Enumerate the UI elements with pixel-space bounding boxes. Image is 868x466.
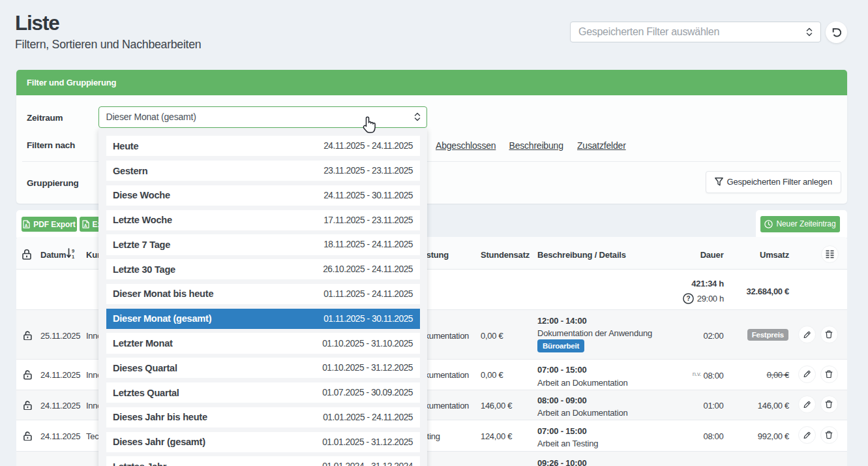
svg-text:A: A [83, 223, 87, 228]
svg-text:1: 1 [72, 254, 74, 259]
svg-text:?: ? [686, 295, 690, 302]
svg-text:A: A [25, 223, 28, 228]
svg-text:9: 9 [72, 248, 74, 254]
